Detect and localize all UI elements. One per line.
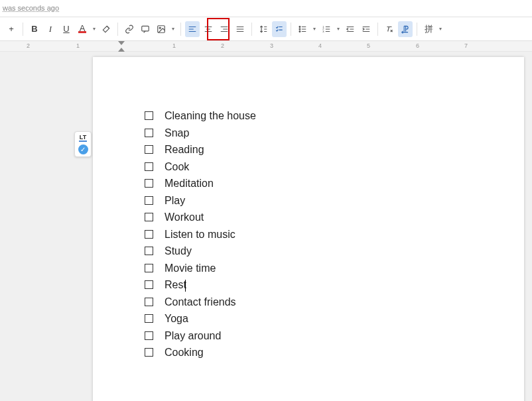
image-button[interactable]: [154, 21, 168, 37]
page[interactable]: Cleaning the houseSnapReadingCookMeditat…: [93, 57, 524, 401]
add-button[interactable]: +: [4, 21, 19, 37]
list-item-label[interactable]: Play: [165, 192, 185, 209]
status-bar: was seconds ago: [0, 0, 532, 17]
lt-badge: LT: [79, 134, 87, 142]
check-circle-icon[interactable]: ✓: [78, 144, 88, 154]
italic-button[interactable]: I: [43, 21, 58, 37]
align-left-button[interactable]: [185, 21, 200, 37]
toolbar: + B I U A ▾ ▾ ▾ 123 ▾: [0, 17, 532, 41]
checkbox-icon[interactable]: [145, 247, 153, 255]
list-item[interactable]: Movie time: [145, 260, 478, 277]
list-item-label[interactable]: Workout: [165, 209, 204, 226]
checkbox-icon[interactable]: [145, 348, 153, 357]
link-button[interactable]: [122, 21, 137, 37]
ruler-tick: 4: [318, 42, 322, 49]
checkbox-icon[interactable]: [145, 179, 153, 188]
list-item-label[interactable]: Movie time: [165, 260, 216, 277]
list-item-label[interactable]: Play around: [165, 327, 221, 345]
checkbox-icon[interactable]: [145, 129, 153, 137]
checkbox-icon[interactable]: [145, 213, 153, 221]
list-item-label[interactable]: Yoga: [165, 310, 188, 327]
list-item[interactable]: Cooking: [145, 344, 478, 361]
ruler-tick: 1: [172, 42, 176, 49]
separator: [377, 23, 378, 36]
separator: [180, 23, 181, 36]
indent-decrease-button[interactable]: [343, 21, 358, 37]
bold-button[interactable]: B: [27, 21, 42, 37]
list-item-label[interactable]: Cooking: [165, 344, 204, 361]
list-item[interactable]: Reading: [145, 141, 478, 158]
indent-increase-button[interactable]: [359, 21, 373, 37]
checkbox-icon[interactable]: [145, 196, 153, 205]
checklist-button[interactable]: [272, 21, 287, 37]
ruler-tick: 3: [270, 42, 273, 49]
image-caret-icon[interactable]: ▾: [170, 26, 176, 32]
list-item-label[interactable]: Study: [165, 243, 192, 260]
checkbox-icon[interactable]: [145, 162, 153, 171]
list-item[interactable]: Contact friends: [145, 294, 478, 311]
list-item[interactable]: Listen to music: [145, 226, 478, 243]
ruler-tick: 7: [464, 42, 468, 49]
list-item[interactable]: Play: [145, 192, 478, 209]
checkbox-icon[interactable]: [145, 298, 153, 306]
separator: [117, 23, 118, 36]
clear-format-button[interactable]: [382, 21, 397, 37]
align-right-button[interactable]: [217, 21, 232, 37]
list-item[interactable]: Meditation: [145, 175, 478, 192]
input-method-caret-icon[interactable]: ▾: [437, 26, 444, 32]
checkbox-icon[interactable]: [145, 280, 153, 289]
text-cursor: [185, 280, 186, 292]
separator: [23, 23, 23, 36]
separator: [251, 23, 252, 36]
list-item[interactable]: Yoga: [145, 310, 478, 327]
checkbox-icon[interactable]: [145, 230, 153, 239]
list-item-label[interactable]: Cleaning the house: [165, 107, 256, 125]
last-edit-text[interactable]: was seconds ago: [3, 4, 59, 12]
align-justify-button[interactable]: [233, 21, 247, 37]
checklist[interactable]: Cleaning the houseSnapReadingCookMeditat…: [145, 107, 478, 361]
checkbox-icon[interactable]: [145, 331, 153, 340]
bullet-list-button[interactable]: [295, 21, 310, 37]
checkbox-icon[interactable]: [145, 314, 153, 323]
list-item-label[interactable]: Snap: [165, 125, 189, 142]
list-item[interactable]: Cleaning the house: [145, 107, 478, 125]
list-item-label[interactable]: Reading: [165, 141, 204, 158]
numbered-caret-icon[interactable]: ▾: [335, 26, 342, 32]
format-paint-button[interactable]: [99, 21, 113, 37]
font-color-caret-icon[interactable]: ▾: [91, 26, 98, 32]
checkbox-icon[interactable]: [145, 145, 153, 154]
ruler[interactable]: 2 1 1 2 3 4 5 6 7: [0, 41, 532, 52]
checkbox-icon[interactable]: [145, 111, 153, 120]
numbered-list-button[interactable]: 123: [319, 21, 334, 37]
ruler-tick: 5: [367, 42, 370, 49]
list-item-label[interactable]: Listen to music: [165, 226, 235, 243]
svg-rect-0: [142, 26, 149, 31]
bullet-caret-icon[interactable]: ▾: [311, 26, 318, 32]
list-item-label[interactable]: Cook: [165, 158, 189, 176]
list-item[interactable]: Rest: [145, 276, 478, 294]
svg-text:3: 3: [322, 29, 324, 32]
list-item[interactable]: Workout: [145, 209, 478, 226]
comment-button[interactable]: [138, 21, 153, 37]
language-tool-panel[interactable]: LT ✓: [74, 131, 92, 157]
line-spacing-button[interactable]: [256, 21, 271, 37]
checkbox-icon[interactable]: [145, 264, 153, 272]
ruler-tick: 1: [76, 42, 80, 49]
list-item-label[interactable]: Rest: [165, 276, 186, 294]
list-item-label[interactable]: Contact friends: [165, 294, 236, 311]
text-direction-button[interactable]: [398, 21, 413, 37]
list-item[interactable]: Study: [145, 243, 478, 260]
svg-point-4: [299, 29, 300, 30]
indent-marker-top-icon[interactable]: [118, 41, 125, 45]
font-color-button[interactable]: A: [75, 21, 90, 37]
list-item-label[interactable]: Meditation: [165, 175, 214, 192]
align-center-button[interactable]: [201, 21, 216, 37]
list-item[interactable]: Play around: [145, 327, 478, 345]
underline-button[interactable]: U: [59, 21, 74, 37]
svg-point-2: [159, 27, 161, 29]
list-item[interactable]: Snap: [145, 125, 478, 142]
ruler-tick: 6: [416, 42, 419, 49]
ruler-tick: 2: [27, 42, 30, 49]
list-item[interactable]: Cook: [145, 158, 478, 176]
input-method-button[interactable]: 拼: [421, 21, 436, 37]
